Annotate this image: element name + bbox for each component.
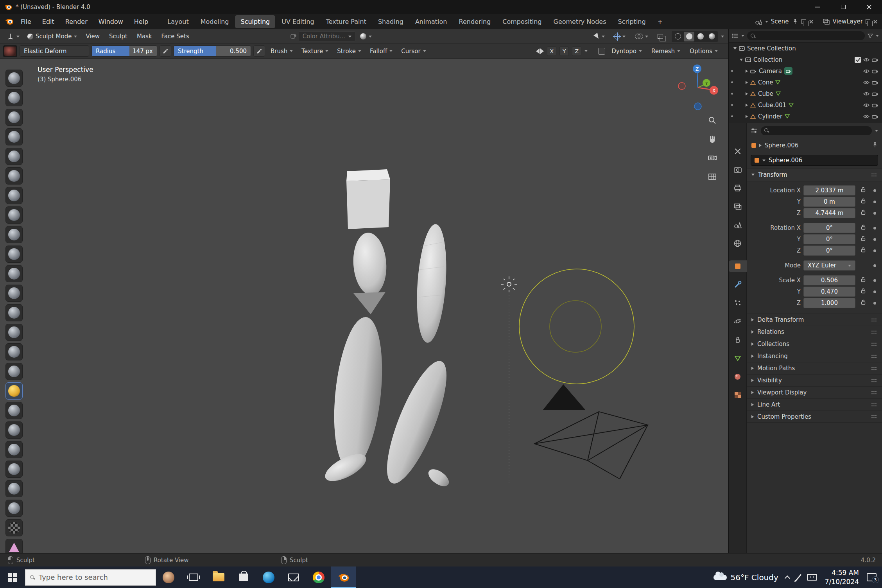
- menu-file[interactable]: File: [16, 16, 36, 27]
- symmetry-z-toggle[interactable]: Z: [572, 47, 581, 56]
- tool-multiplane-scrape-icon[interactable]: [5, 324, 23, 341]
- stroke-menu[interactable]: Stroke: [334, 46, 364, 56]
- hide-eye-icon[interactable]: [863, 69, 869, 73]
- panel-grip[interactable]: [871, 391, 877, 395]
- hide-eye-icon[interactable]: [863, 92, 869, 96]
- tool-rotate-icon[interactable]: [5, 480, 23, 497]
- pan-button[interactable]: [706, 133, 719, 145]
- tool-nudge-icon[interactable]: [5, 461, 23, 478]
- ortho-toggle-button[interactable]: [706, 170, 719, 183]
- tool-clay-strips-icon[interactable]: [5, 128, 23, 145]
- outliner-row-cone[interactable]: Cone: [729, 77, 882, 88]
- panel-custom-properties[interactable]: Custom Properties: [747, 411, 882, 423]
- blender-menu-icon[interactable]: [5, 17, 14, 26]
- tool-cloth-icon[interactable]: [5, 539, 23, 553]
- color-attribute-dropdown[interactable]: Color Attribu...: [299, 31, 355, 41]
- animate-dot[interactable]: [873, 264, 876, 267]
- animate-dot[interactable]: [873, 227, 876, 229]
- transform-panel-header[interactable]: Transform: [747, 168, 882, 181]
- object-name[interactable]: Camera: [759, 68, 782, 75]
- hide-eye-icon[interactable]: [863, 58, 869, 62]
- cube-object[interactable]: [346, 169, 390, 229]
- render-visibility-icon[interactable]: [872, 91, 878, 96]
- tool-draw-icon[interactable]: [5, 70, 23, 87]
- cursor-menu[interactable]: Cursor: [398, 46, 429, 56]
- collection-label[interactable]: Collection: [753, 56, 852, 63]
- brush-preview-button[interactable]: [3, 45, 17, 57]
- weather-widget[interactable]: 56°F Cloudy: [713, 573, 778, 582]
- menu-help[interactable]: Help: [129, 16, 153, 27]
- tool-thumb-icon[interactable]: [5, 421, 23, 439]
- scale-z-field[interactable]: 1.000: [803, 298, 855, 308]
- tab-geometry-nodes[interactable]: Geometry Nodes: [548, 15, 612, 28]
- panel-grip[interactable]: [871, 318, 877, 322]
- scene-dropdown-caret[interactable]: [765, 21, 768, 23]
- outliner-row-cube-001[interactable]: Cube.001: [729, 99, 882, 111]
- animate-dot[interactable]: [873, 201, 876, 203]
- panel-viewport-display[interactable]: Viewport Display: [747, 386, 882, 398]
- mode-selector[interactable]: Sculpt Mode: [24, 31, 80, 41]
- light-object[interactable]: [501, 269, 634, 483]
- tab-material[interactable]: [730, 371, 746, 382]
- animate-dot[interactable]: [873, 249, 876, 252]
- tab-texture-paint[interactable]: Texture Paint: [321, 15, 372, 28]
- tool-grab-icon[interactable]: [5, 363, 23, 380]
- outliner-row-camera[interactable]: Camera: [729, 65, 882, 77]
- tab-particles[interactable]: [730, 297, 746, 309]
- shading-material-button[interactable]: [695, 32, 706, 41]
- object-name[interactable]: Cylinder: [758, 113, 782, 120]
- tab-animation[interactable]: Animation: [410, 15, 453, 28]
- scale-y-field[interactable]: 0.470: [803, 287, 855, 297]
- expand-icon[interactable]: [746, 115, 748, 118]
- lock-scale-x[interactable]: [861, 277, 866, 284]
- tab-render[interactable]: [730, 164, 746, 176]
- dyntopo-checkbox[interactable]: [598, 48, 605, 55]
- axis-negz-handle[interactable]: [694, 103, 701, 110]
- panel-grip[interactable]: [871, 414, 877, 419]
- shading-solid-button[interactable]: [684, 32, 694, 41]
- panel-grip[interactable]: [871, 366, 877, 371]
- panel-grip[interactable]: [871, 403, 877, 407]
- expand-icon[interactable]: [746, 70, 748, 73]
- lock-rotation-z[interactable]: [861, 247, 866, 254]
- render-visibility-icon[interactable]: [872, 69, 878, 74]
- falloff-menu[interactable]: Falloff: [367, 46, 396, 56]
- tab-compositing[interactable]: Compositing: [497, 15, 547, 28]
- menu-window[interactable]: Window: [93, 16, 128, 27]
- breadcrumb-object[interactable]: Sphere.006: [765, 142, 798, 149]
- tab-sculpting[interactable]: Sculpting: [235, 15, 275, 28]
- panel-grip[interactable]: [871, 342, 877, 346]
- options-menu[interactable]: Options: [687, 46, 721, 56]
- symmetry-y-toggle[interactable]: Y: [559, 47, 569, 56]
- tool-pinch-icon[interactable]: [5, 343, 23, 360]
- scale-x-field[interactable]: 0.506: [803, 275, 855, 285]
- filter-icon[interactable]: [868, 34, 873, 38]
- add-workspace-button[interactable]: +: [652, 15, 668, 28]
- maximize-button[interactable]: [830, 0, 856, 14]
- tab-modeling[interactable]: Modeling: [195, 15, 235, 28]
- lock-rotation-y[interactable]: [861, 236, 866, 243]
- news-widget-button[interactable]: [156, 566, 181, 588]
- scene-name[interactable]: Scene: [771, 18, 789, 25]
- outliner-search-field[interactable]: [747, 31, 865, 40]
- hide-eye-icon[interactable]: [863, 81, 869, 84]
- symmetry-x-toggle[interactable]: X: [547, 47, 556, 56]
- outliner-row-cube[interactable]: Cube: [729, 88, 882, 99]
- panel-collections[interactable]: Collections: [747, 338, 882, 350]
- location-x-field[interactable]: 2.0337 m: [803, 185, 855, 195]
- shading-rendered-button[interactable]: [706, 32, 717, 41]
- selectability-button[interactable]: [592, 32, 608, 41]
- task-view-button[interactable]: [181, 566, 206, 588]
- tool-layer-icon[interactable]: [5, 167, 23, 185]
- object-name-field[interactable]: Sphere.006: [751, 155, 878, 166]
- rotation-z-field[interactable]: 0°: [803, 246, 855, 256]
- strength-pressure-button[interactable]: [253, 45, 265, 57]
- tall-blob-object[interactable]: [413, 223, 450, 344]
- collapse-icon[interactable]: [740, 59, 743, 61]
- tool-inflate-icon[interactable]: [5, 187, 23, 204]
- tab-scene[interactable]: [730, 219, 746, 231]
- location-y-field[interactable]: 0 m: [803, 197, 855, 207]
- falloff-shape-button[interactable]: [357, 32, 375, 41]
- menu-view[interactable]: View: [82, 31, 104, 41]
- tool-boundary-icon[interactable]: [5, 519, 23, 536]
